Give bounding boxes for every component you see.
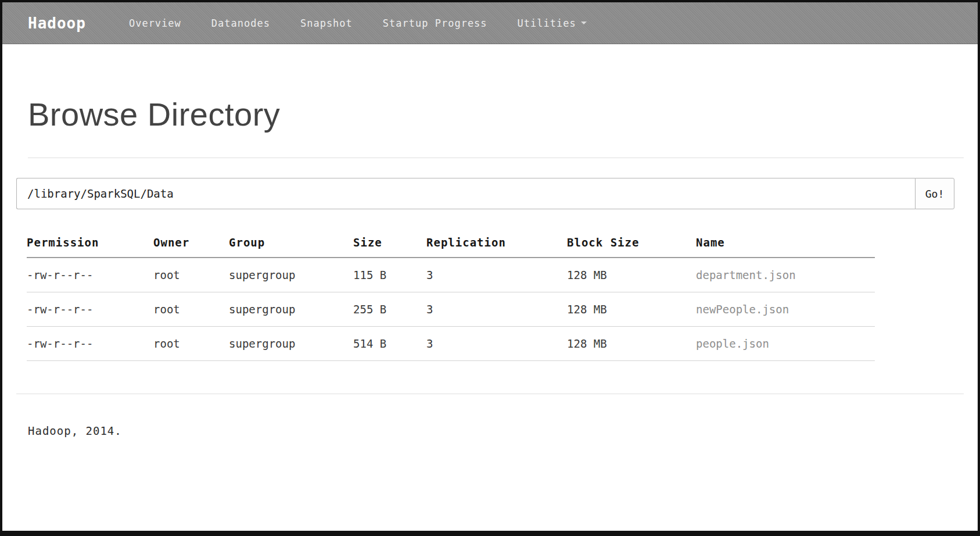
nav-item-snapshot[interactable]: Snapshot [285,2,368,44]
table-cell: 514 B [353,327,426,361]
file-table: PermissionOwnerGroupSizeReplicationBlock… [27,227,875,361]
table-cell: 3 [426,327,567,361]
table-row: -rw-r--r--rootsupergroup255 B3128 MBnewP… [27,292,875,327]
table-cell: 115 B [353,258,426,292]
table-cell: -rw-r--r-- [27,258,153,292]
column-header-block-size: Block Size [567,227,696,258]
footer-divider [16,394,964,394]
title-divider [28,158,964,158]
footer-text: Hadoop, 2014. [28,424,964,437]
nav-item-startup-progress[interactable]: Startup Progress [368,2,502,44]
nav-item-label: Startup Progress [383,17,487,29]
table-cell: -rw-r--r-- [27,327,153,361]
file-name-link[interactable]: newPeople.json [696,292,875,327]
nav-item-overview[interactable]: Overview [114,2,196,44]
table-row: -rw-r--r--rootsupergroup514 B3128 MBpeop… [27,327,875,361]
table-cell: supergroup [229,327,353,361]
file-name-link[interactable]: department.json [696,258,875,292]
main-content: Browse Directory Go! PermissionOwnerGrou… [2,95,978,437]
table-cell: 3 [426,258,567,292]
nav-items: Overview Datanodes Snapshot Startup Prog… [114,2,602,44]
nav-item-label: Utilities [518,17,576,29]
column-header-size: Size [353,227,426,258]
directory-path-input[interactable] [16,178,915,209]
nav-item-utilities[interactable]: Utilities [502,2,602,44]
column-header-owner: Owner [153,227,229,258]
top-navbar: Hadoop Overview Datanodes Snapshot Start… [2,2,978,44]
nav-item-label: Overview [129,17,181,29]
table-cell: root [153,292,229,327]
table-cell: supergroup [229,292,353,327]
page-title: Browse Directory [28,95,964,133]
header-row: PermissionOwnerGroupSizeReplicationBlock… [27,227,875,258]
table-cell: -rw-r--r-- [27,292,153,327]
nav-item-label: Snapshot [300,17,353,29]
go-button[interactable]: Go! [915,178,954,209]
table-cell: 128 MB [567,258,696,292]
table-cell: root [153,258,229,292]
browse-directory-page: Hadoop Overview Datanodes Snapshot Start… [0,0,980,536]
table-cell: 255 B [353,292,426,327]
file-table-header: PermissionOwnerGroupSizeReplicationBlock… [27,227,875,258]
table-cell: supergroup [229,258,353,292]
table-cell: 128 MB [567,327,696,361]
nav-item-label: Datanodes [211,17,270,29]
column-header-permission: Permission [27,227,153,258]
column-header-group: Group [229,227,353,258]
column-header-replication: Replication [426,227,567,258]
table-cell: root [153,327,229,361]
hadoop-brand[interactable]: Hadoop [28,15,86,32]
chevron-down-icon [581,22,587,24]
nav-item-datanodes[interactable]: Datanodes [196,2,285,44]
table-cell: 128 MB [567,292,696,327]
table-cell: 3 [426,292,567,327]
table-row: -rw-r--r--rootsupergroup115 B3128 MBdepa… [27,258,875,292]
path-input-group: Go! [16,178,954,209]
file-table-body: -rw-r--r--rootsupergroup115 B3128 MBdepa… [27,258,875,361]
column-header-name: Name [696,227,875,258]
file-name-link[interactable]: people.json [696,327,875,361]
